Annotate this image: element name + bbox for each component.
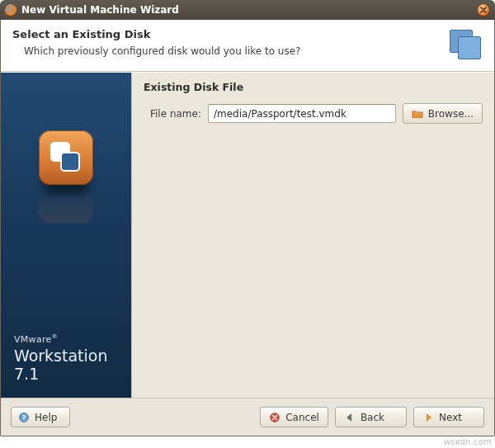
wizard-footer: ? Help Cancel Back Next (1, 398, 494, 436)
window-title: New Virtual Machine Wizard (21, 4, 477, 16)
wizard-body: VMware® Workstation 7.1 Existing Disk Fi… (1, 72, 494, 398)
brand-name: VMware® (14, 333, 120, 345)
watermark: wsxdn.com (444, 437, 492, 446)
window-close-button[interactable] (477, 3, 490, 17)
folder-icon (412, 108, 423, 120)
logo-area (1, 130, 131, 185)
product-branding: VMware® Workstation 7.1 (1, 333, 131, 383)
help-icon: ? (18, 412, 30, 423)
next-arrow-icon (422, 412, 434, 423)
cancel-button[interactable]: Cancel (260, 407, 328, 427)
wizard-step-subtitle: Which previously configured disk would y… (24, 45, 440, 57)
wizard-content: Existing Disk File File name: Browse... (131, 73, 494, 398)
app-icon (5, 4, 16, 16)
back-button[interactable]: Back (335, 407, 407, 427)
wizard-sidebar: VMware® Workstation 7.1 (1, 73, 131, 398)
window-frame: Select an Existing Disk Which previously… (0, 20, 495, 436)
next-button[interactable]: Next (413, 407, 484, 427)
help-button[interactable]: ? Help (11, 407, 70, 427)
wizard-step-title: Select an Existing Disk (12, 28, 440, 40)
back-button-label: Back (361, 412, 384, 423)
file-name-label: File name: (150, 108, 201, 120)
section-title: Existing Disk File (144, 81, 483, 93)
back-arrow-icon (344, 412, 356, 423)
browse-button-label: Browse... (428, 108, 474, 120)
help-button-label: Help (35, 412, 57, 423)
next-button-label: Next (439, 412, 462, 423)
svg-text:?: ? (22, 414, 26, 422)
vmware-logo-icon (39, 130, 93, 185)
cancel-icon (269, 412, 280, 423)
cancel-button-label: Cancel (285, 412, 319, 423)
file-name-row: File name: Browse... (150, 103, 483, 124)
file-name-input[interactable] (208, 104, 396, 123)
close-icon (480, 7, 487, 13)
disk-stack-icon (448, 28, 483, 61)
product-name: Workstation 7.1 (14, 347, 120, 383)
wizard-header: Select an Existing Disk Which previously… (1, 20, 494, 72)
titlebar: New Virtual Machine Wizard (0, 0, 495, 20)
browse-button[interactable]: Browse... (403, 103, 483, 124)
